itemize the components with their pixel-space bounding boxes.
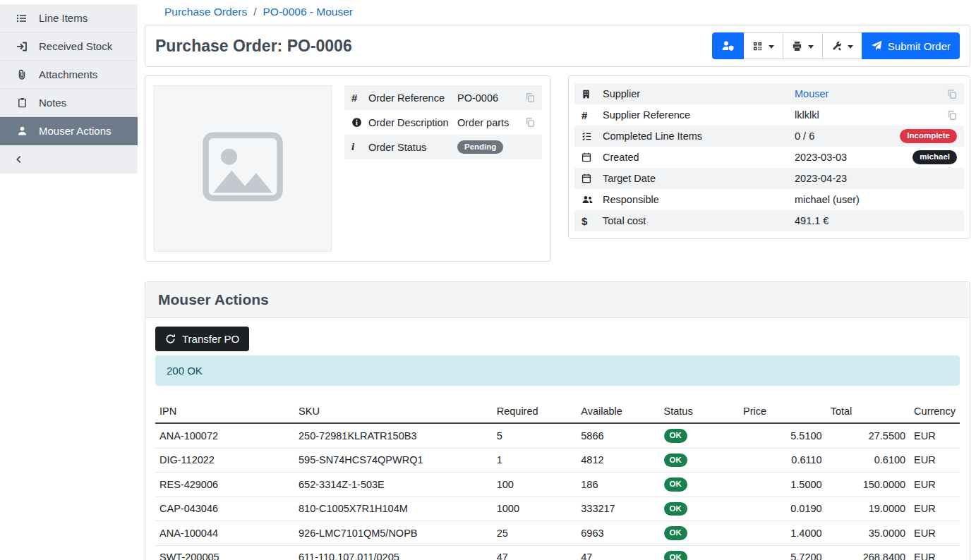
table-header-row: IPN SKU Required Available Status Price … bbox=[155, 400, 960, 423]
chevron-left-icon bbox=[14, 154, 24, 164]
sidebar-item-mouser-actions[interactable]: Mouser Actions bbox=[0, 117, 138, 145]
sidebar-item-attachments[interactable]: Attachments bbox=[0, 61, 138, 89]
barcode-actions-button[interactable] bbox=[743, 32, 783, 59]
detail-row-supplier: Supplier Mouser bbox=[574, 83, 964, 104]
cell-required: 47 bbox=[493, 545, 577, 560]
detail-row-responsible: Responsible michael (user) bbox=[574, 189, 964, 210]
col-header-total: Total bbox=[826, 400, 910, 423]
calendar-icon bbox=[582, 152, 603, 162]
detail-value: 491.1 € bbox=[795, 215, 957, 226]
transfer-po-label: Transfer PO bbox=[182, 333, 239, 345]
cell-available: 47 bbox=[577, 545, 659, 560]
detail-label: Supplier bbox=[603, 88, 795, 99]
paper-plane-icon bbox=[871, 40, 882, 51]
status-alert: 200 OK bbox=[155, 355, 960, 386]
detail-label: Order Reference bbox=[368, 92, 457, 104]
ok-badge: OK bbox=[664, 551, 687, 560]
refresh-icon bbox=[165, 334, 176, 344]
table-row: CAP-043046 810-C1005X7R1H104M 1000 33321… bbox=[155, 497, 960, 521]
dollar-icon bbox=[582, 215, 603, 227]
col-header-available: Available bbox=[577, 400, 659, 423]
cell-sku: 810-C1005X7R1H104M bbox=[294, 497, 493, 521]
sign-in-icon bbox=[16, 41, 28, 52]
submit-order-button[interactable]: Submit Order bbox=[862, 32, 960, 59]
order-details-table: Order Reference PO-0006 Order Descriptio… bbox=[344, 85, 542, 252]
breadcrumb-link-purchase-orders[interactable]: Purchase Orders bbox=[164, 6, 247, 18]
detail-row-supplier-reference: Supplier Reference lklklkl bbox=[574, 104, 964, 126]
list-check-icon bbox=[582, 131, 603, 141]
copy-icon[interactable] bbox=[947, 110, 957, 121]
cell-available: 333217 bbox=[577, 497, 659, 521]
users-icon bbox=[582, 195, 603, 205]
detail-label: Created bbox=[603, 152, 795, 163]
detail-value: Mouser bbox=[795, 88, 947, 99]
building-icon bbox=[582, 89, 603, 99]
mouser-order-table: IPN SKU Required Available Status Price … bbox=[155, 400, 960, 560]
sidebar-collapse-button[interactable] bbox=[0, 145, 138, 174]
cell-required: 1000 bbox=[493, 497, 577, 521]
cell-currency: EUR bbox=[910, 521, 960, 546]
sidebar-item-line-items[interactable]: Line Items bbox=[0, 4, 138, 32]
detail-row-order-status: Order Status Pending bbox=[344, 135, 542, 159]
cell-total: 268.8400 bbox=[826, 545, 910, 560]
detail-value: lklklkl bbox=[795, 109, 947, 121]
breadcrumb-link-current[interactable]: PO-0006 - Mouser bbox=[263, 6, 353, 18]
breadcrumb: Purchase Orders PO-0006 - Mouser bbox=[145, 4, 970, 25]
detail-row-total-cost: Total cost 491.1 € bbox=[574, 210, 964, 231]
copy-icon[interactable] bbox=[525, 117, 535, 128]
supplier-link[interactable]: Mouser bbox=[795, 88, 829, 99]
cell-available: 4812 bbox=[577, 448, 659, 473]
cell-price: 1.5000 bbox=[739, 473, 826, 497]
cell-currency: EUR bbox=[910, 497, 960, 521]
transfer-po-button[interactable]: Transfer PO bbox=[155, 327, 249, 351]
cell-sku: 595-SN74HCS74QPWRQ1 bbox=[294, 448, 493, 473]
col-header-required: Required bbox=[493, 400, 577, 423]
hash-icon bbox=[351, 92, 368, 104]
sidebar-item-notes[interactable]: Notes bbox=[0, 89, 138, 117]
order-image-placeholder[interactable] bbox=[154, 85, 332, 252]
table-row: SWT-200005 611-110.107.011/0205 47 47 OK… bbox=[155, 545, 960, 560]
list-icon bbox=[16, 13, 28, 24]
table-row: DIG-112022 595-SN74HCS74QPWRQ1 1 4812 OK… bbox=[155, 448, 960, 473]
chevron-down-icon bbox=[848, 45, 853, 49]
copy-icon[interactable] bbox=[947, 89, 957, 99]
order-actions-button[interactable] bbox=[822, 32, 862, 59]
cell-sku: 652-3314Z-1-503E bbox=[294, 473, 493, 497]
cell-ipn: ANA-100072 bbox=[155, 423, 294, 448]
printer-icon bbox=[792, 41, 802, 51]
breadcrumb-separator bbox=[253, 6, 256, 18]
sidebar-item-label: Line Items bbox=[39, 12, 88, 24]
col-header-price: Price bbox=[739, 400, 826, 423]
purchase-order-header-panel: Purchase Order: PO-0006 bbox=[145, 25, 970, 67]
ok-badge: OK bbox=[664, 526, 687, 540]
cell-total: 0.6100 bbox=[826, 448, 910, 473]
detail-label: Responsible bbox=[603, 194, 795, 205]
incomplete-badge: Incomplete bbox=[900, 129, 957, 143]
cell-price: 5.5100 bbox=[739, 423, 826, 448]
page-title: Purchase Order: PO-0006 bbox=[155, 37, 352, 56]
cell-ipn: CAP-043046 bbox=[155, 497, 294, 521]
copy-icon[interactable] bbox=[525, 92, 535, 103]
cell-currency: EUR bbox=[910, 423, 960, 448]
col-header-currency: Currency bbox=[910, 400, 960, 423]
ok-badge: OK bbox=[664, 477, 687, 492]
status-badge: Pending bbox=[457, 140, 503, 154]
mouser-actions-body: Transfer PO 200 OK IPN SKU Required Avai… bbox=[145, 318, 970, 560]
toolbar: Submit Order bbox=[712, 32, 960, 59]
cell-price: 5.7200 bbox=[739, 545, 826, 560]
table-row: ANA-100044 926-LMC7101QM5/NOPB 25 6963 O… bbox=[155, 521, 960, 546]
cell-status: OK bbox=[660, 497, 739, 521]
cell-required: 25 bbox=[493, 521, 577, 546]
user-roles-button[interactable] bbox=[712, 32, 744, 59]
cell-status: OK bbox=[660, 473, 739, 497]
col-header-status: Status bbox=[660, 400, 739, 423]
cell-currency: EUR bbox=[910, 545, 960, 560]
cell-status: OK bbox=[660, 423, 739, 448]
print-actions-button[interactable] bbox=[783, 32, 823, 59]
table-row: RES-429006 652-3314Z-1-503E 100 186 OK 1… bbox=[155, 473, 960, 497]
sidebar-item-received-stock[interactable]: Received Stock bbox=[0, 32, 138, 61]
submit-order-label: Submit Order bbox=[888, 40, 951, 52]
sidebar-item-label: Notes bbox=[39, 97, 66, 109]
qrcode-icon bbox=[752, 41, 763, 51]
ok-badge: OK bbox=[664, 429, 687, 443]
